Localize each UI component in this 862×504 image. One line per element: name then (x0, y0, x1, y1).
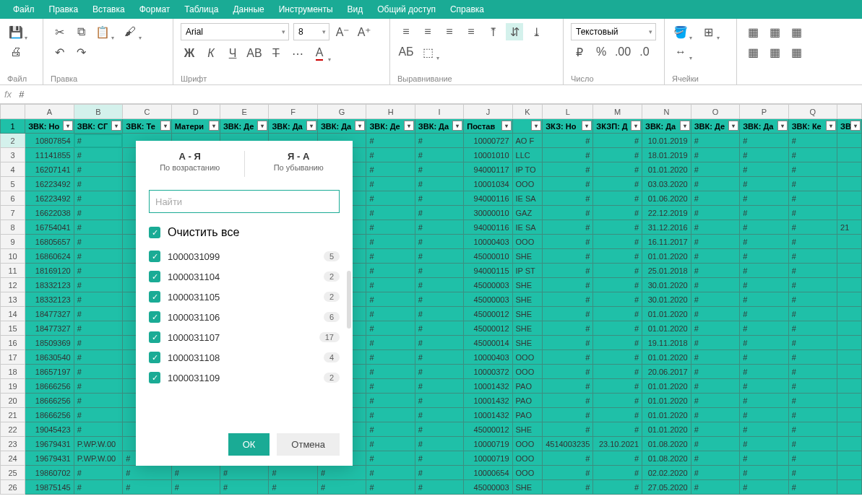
cell-R10[interactable] (837, 249, 862, 264)
cell-Q4[interactable]: # (788, 162, 837, 177)
cell-K20[interactable]: PAO (512, 394, 543, 408)
cell-B2[interactable]: # (74, 134, 123, 148)
row-header-11[interactable]: 11 (1, 264, 25, 278)
cell-Q2[interactable]: # (788, 134, 837, 148)
cell-B5[interactable]: # (74, 177, 123, 191)
cell-B9[interactable]: # (74, 235, 123, 249)
col-header-P[interactable]: P (740, 105, 788, 119)
cell-H2[interactable]: # (366, 134, 415, 148)
cell-A2[interactable]: 10807854 (25, 134, 74, 148)
cell-I23[interactable]: # (415, 437, 463, 451)
cell-O4[interactable]: # (691, 162, 739, 177)
cell-B11[interactable]: # (74, 264, 123, 278)
cell-N16[interactable]: 19.11.2018 (642, 336, 691, 350)
cell-N11[interactable]: 25.01.2018 (642, 264, 691, 278)
cell-P20[interactable]: # (740, 394, 788, 408)
cell-J24[interactable]: 10000719 (464, 451, 512, 466)
menu-Вставка[interactable]: Вставка (85, 1, 132, 17)
header-P[interactable]: ЗВК: Да▾ (740, 119, 788, 134)
cell-J6[interactable]: 94000116 (464, 191, 512, 206)
valign-middle-icon[interactable]: ⇵ (506, 23, 523, 40)
cell-N18[interactable]: 20.06.2017 (642, 365, 691, 379)
cell-R23[interactable] (837, 437, 862, 451)
cell-R6[interactable] (837, 191, 862, 206)
filter-item[interactable]: ✓10000311052 (149, 287, 350, 307)
cell-N21[interactable]: 01.01.2020 (642, 408, 691, 422)
cell-Q16[interactable]: # (788, 336, 837, 350)
cell-H8[interactable]: # (366, 220, 415, 235)
cell-L19[interactable]: # (543, 379, 593, 394)
cell-N4[interactable]: 01.01.2020 (642, 162, 691, 177)
filter-item-checkbox[interactable]: ✓ (149, 251, 160, 262)
header-J[interactable]: Постав▾ (464, 119, 512, 134)
header-[interactable]: ЗВ▾ (837, 119, 862, 134)
cell-K19[interactable]: PAO (512, 379, 543, 394)
cell-M20[interactable]: # (593, 394, 642, 408)
cell-M14[interactable]: # (593, 307, 642, 321)
cell-K3[interactable]: LLC (512, 148, 543, 162)
row-header-19[interactable]: 19 (1, 379, 25, 394)
header-A[interactable]: ЗВК: Но▾ (25, 119, 74, 134)
cell-O2[interactable]: # (691, 134, 739, 148)
group-icon[interactable]: ▦ (766, 43, 783, 61)
cell-N24[interactable]: 01.08.2020 (642, 451, 691, 466)
cell-A12[interactable]: 18332123 (25, 278, 74, 292)
cell-N22[interactable]: 01.01.2020 (642, 422, 691, 437)
sheet-area[interactable]: ABCDEFGHIJKLMNOPQ1ЗВК: Но▾ЗВК: СГ▾ЗВК: Т… (0, 104, 862, 504)
cell-I10[interactable]: # (415, 249, 463, 264)
col-header-G[interactable]: G (317, 105, 366, 119)
cell-R7[interactable] (837, 206, 862, 220)
menu-Справка[interactable]: Справка (443, 1, 491, 17)
row-header-21[interactable]: 21 (1, 408, 25, 422)
cell-B17[interactable]: # (74, 350, 123, 365)
cell-P25[interactable]: # (740, 466, 788, 480)
insert-row-icon[interactable]: ▦ (766, 23, 783, 40)
cell-O24[interactable]: # (691, 451, 739, 466)
cell-I11[interactable]: # (415, 264, 463, 278)
header-G[interactable]: ЗВК: Да▾ (317, 119, 366, 134)
cell-K10[interactable]: SHE (512, 249, 543, 264)
cell-P12[interactable]: # (740, 278, 788, 292)
fill-color-icon[interactable]: 🪣 (672, 23, 689, 40)
cell-P4[interactable]: # (740, 162, 788, 177)
cell-P6[interactable]: # (740, 191, 788, 206)
menu-Файл[interactable]: Файл (6, 1, 42, 17)
cell-K22[interactable]: SHE (512, 422, 543, 437)
cell-B25[interactable]: # (74, 466, 123, 480)
cell-L17[interactable]: # (543, 350, 593, 365)
cell-O23[interactable]: # (691, 437, 739, 451)
align-center-icon[interactable]: ≡ (419, 23, 436, 40)
cell-B8[interactable]: # (74, 220, 123, 235)
cell-H23[interactable]: # (366, 437, 415, 451)
cell-M11[interactable]: # (593, 264, 642, 278)
align-left-icon[interactable]: ≡ (397, 23, 415, 40)
cell-A22[interactable]: 19045423 (25, 422, 74, 437)
cell-N20[interactable]: 01.01.2020 (642, 394, 691, 408)
cell-P15[interactable]: # (740, 321, 788, 336)
cell-J23[interactable]: 10000719 (464, 437, 512, 451)
cell-J12[interactable]: 45000003 (464, 278, 512, 292)
cell-O25[interactable]: # (691, 466, 739, 480)
cell-B26[interactable]: # (74, 480, 123, 495)
cell-L10[interactable]: # (543, 249, 593, 264)
filter-item-checkbox[interactable]: ✓ (149, 352, 160, 363)
cell-I24[interactable]: # (415, 451, 463, 466)
cell-A6[interactable]: 16223492 (25, 191, 74, 206)
cell-M21[interactable]: # (593, 408, 642, 422)
filter-drop-icon[interactable]: ▾ (501, 121, 512, 131)
percent-icon[interactable]: % (592, 43, 610, 61)
cell-M13[interactable]: # (593, 292, 642, 307)
cell-A17[interactable]: 18630540 (25, 350, 74, 365)
cell-H9[interactable]: # (366, 235, 415, 249)
row-header-23[interactable]: 23 (1, 437, 25, 451)
cell-H13[interactable]: # (366, 292, 415, 307)
filter-drop-icon[interactable]: ▾ (257, 121, 267, 131)
cell-A8[interactable]: 16754041 (25, 220, 74, 235)
cell-K8[interactable]: IE SA (512, 220, 543, 235)
cell-Q8[interactable]: # (788, 220, 837, 235)
cell-N15[interactable]: 01.01.2020 (642, 321, 691, 336)
border-icon[interactable]: ⊞ (699, 23, 717, 40)
paste-icon[interactable]: 📋 (94, 23, 111, 40)
cell-E26[interactable]: # (220, 480, 268, 495)
cell-R11[interactable] (837, 264, 862, 278)
